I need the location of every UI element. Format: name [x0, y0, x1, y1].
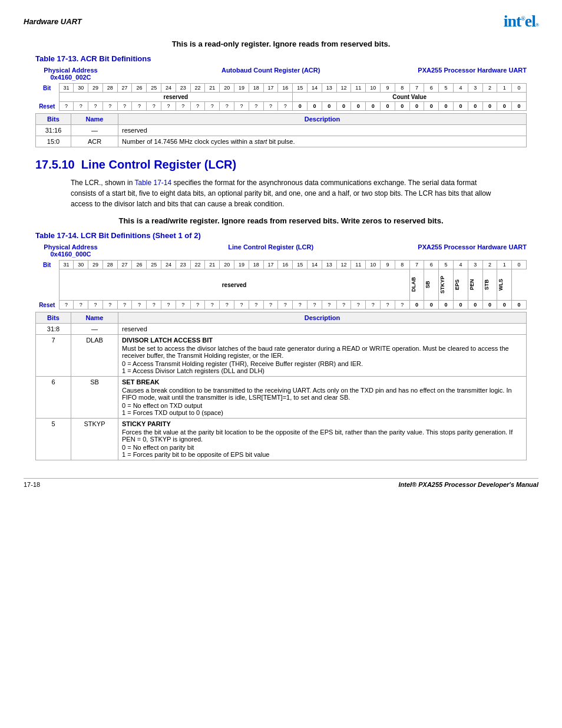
acr-reset-row: Reset ? ? ? ? ? ? ? ? ? ? ? ? ? ? ? ?	[35, 102, 527, 111]
lcr-sb-header: SB	[424, 269, 439, 301]
acr-bits-def-table: Bits Name Description 31:16 — reserved 1…	[35, 113, 527, 147]
acr-processor-name: PXA255 Processor Hardware UART	[418, 67, 527, 74]
lcr-dlab-header: DLAB	[409, 269, 424, 301]
acr-register-name: Autobaud Count Register (ACR)	[124, 67, 418, 74]
acr-table-title: Table 17-13. ACR Bit Definitions	[35, 54, 527, 63]
acr-bit-label-row: Bit 31 30 29 28 27 26 25 24 23 22 21 20 …	[35, 84, 527, 93]
lcr-section: 17.5.10 Line Control Register (LCR) The …	[35, 158, 527, 460]
lcr-stb-header: STB	[482, 269, 497, 301]
acr-section: This is a read-only register. Ignore rea…	[35, 39, 527, 147]
lcr-row-5: 5 STKYP STICKY PARITY Forces the bit val…	[36, 419, 527, 460]
acr-physical-address: Physical Address 0x4160_002C	[35, 67, 106, 81]
read-only-note: This is a read-only register. Ignore rea…	[35, 39, 527, 48]
lcr-field-row: reserved DLAB SB STKYP EPS PEN STB WLS	[35, 269, 527, 301]
lcr-wls-header: WLS	[497, 269, 512, 301]
lcr-physical-address: Physical Address 0x4160_000C	[35, 243, 106, 258]
lcr-reserved: reserved	[59, 269, 409, 301]
acr-field-row: reserved Count Value	[35, 93, 527, 102]
acr-addr-row: Physical Address 0x4160_002C Autobaud Co…	[35, 67, 527, 81]
lcr-reset-label: Reset	[35, 301, 59, 309]
bit-label: Bit	[35, 84, 59, 93]
page-footer: 17-18 Intel® PXA255 Processor Developer'…	[24, 478, 538, 488]
acr-row-31-16: 31:16 — reserved	[36, 125, 527, 136]
lcr-eps-header: EPS	[454, 269, 468, 301]
lcr-row-6: 6 SB SET BREAK Causes a break condition …	[36, 377, 527, 419]
lcr-register-name: Line Control Register (LCR)	[124, 243, 418, 251]
lcr-body-text: The LCR., shown in Table 17-14 specifies…	[71, 177, 491, 209]
chapter-title: Hardware UART	[24, 17, 82, 26]
lcr-section-heading: 17.5.10 Line Control Register (LCR)	[35, 158, 527, 172]
lcr-bit-table: Bit 31 30 29 28 27 26 25 24 23 22 21 20 …	[35, 260, 527, 309]
lcr-row-31-8: 31:8 — reserved	[36, 324, 527, 335]
lcr-pen-header: PEN	[468, 269, 482, 301]
lcr-table-title: Table 17-14. LCR Bit Definitions (Sheet …	[35, 231, 527, 240]
acr-reserved: reserved	[59, 93, 293, 102]
acr-row-15-0: 15:0 ACR Number of 14.7456 MHz clock cyc…	[36, 136, 527, 147]
rw-note: This is a read/write register. Ignore re…	[35, 216, 527, 225]
page-number: 17-18	[24, 481, 40, 488]
lcr-reset-row: Reset ? ? ? ? ? ? ? ? ? ? ? ? ? ? ? ?	[35, 301, 527, 309]
lcr-bit-label-row: Bit 31 30 29 28 27 26 25 24 23 22 21 20 …	[35, 261, 527, 269]
lcr-bits-def-table: Bits Name Description 31:8 — reserved 7 …	[35, 312, 527, 460]
lcr-stkyp-header: STKYP	[439, 269, 454, 301]
lcr-table-link[interactable]: Table 17-14	[135, 179, 172, 187]
lcr-addr-row: Physical Address 0x4160_000C Line Contro…	[35, 243, 527, 258]
acr-count-value: Count Value	[293, 93, 527, 102]
acr-bit-table: Bit 31 30 29 28 27 26 25 24 23 22 21 20 …	[35, 83, 527, 111]
intel-logo: int®el®	[504, 12, 538, 31]
lcr-row-7: 7 DLAB DIVISOR LATCH ACCESS BIT Must be …	[36, 335, 527, 377]
lcr-processor-name: PXA255 Processor Hardware UART	[418, 243, 527, 251]
main-content: This is a read-only register. Ignore rea…	[35, 39, 527, 460]
page-header: Hardware UART int®el®	[24, 12, 538, 31]
footer-title: Intel® PXA255 Processor Developer's Manu…	[398, 481, 538, 488]
acr-reset-label: Reset	[35, 102, 59, 111]
